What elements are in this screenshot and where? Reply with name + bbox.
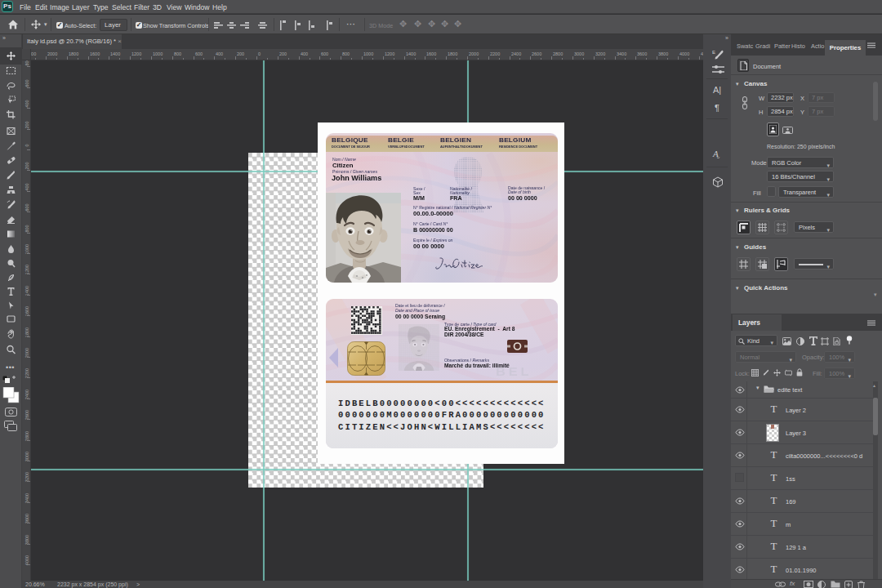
svg-text:E: E <box>712 50 715 55</box>
